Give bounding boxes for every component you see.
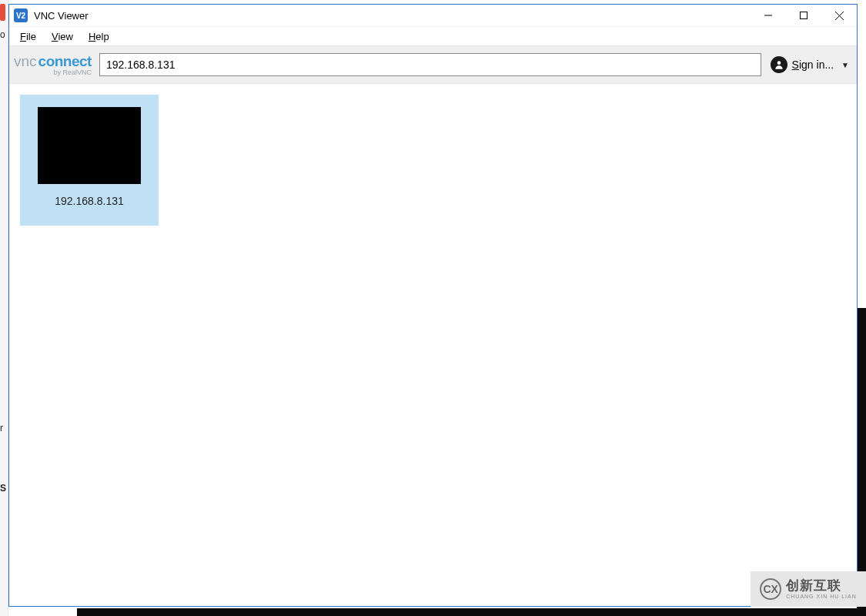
vnc-viewer-window: V2 VNC Viewer File View Help vncconnect … — [8, 4, 858, 607]
window-title: VNC Viewer — [34, 10, 751, 22]
chevron-down-icon: ▼ — [841, 61, 849, 69]
toolbar: vncconnect by RealVNC Sign in... ▼ — [9, 45, 857, 84]
watermark-text-sub: CHUANG XIN HU LIAN — [786, 594, 857, 600]
maximize-button[interactable] — [786, 5, 821, 26]
background-text-fragment: o — [0, 29, 5, 40]
signin-label: Sign in... — [792, 59, 834, 71]
watermark-icon: CX — [760, 578, 781, 600]
minimize-icon — [764, 12, 772, 19]
background-text-fragment: r — [0, 423, 3, 434]
address-input[interactable] — [99, 53, 761, 76]
menubar: File View Help — [9, 27, 857, 45]
background-left-strip — [0, 0, 8, 616]
vnc-connect-logo: vncconnect by RealVNC — [12, 54, 93, 76]
logo-connect-text: connect — [38, 53, 92, 69]
watermark-badge: CX 创新互联 CHUANG XIN HU LIAN — [751, 571, 866, 607]
minimize-button[interactable] — [751, 5, 786, 26]
svg-point-4 — [777, 61, 781, 65]
connections-panel: 192.168.8.131 — [9, 84, 857, 606]
menu-file[interactable]: File — [12, 29, 44, 44]
connection-thumbnail — [38, 107, 141, 184]
background-right-bar — [857, 308, 866, 608]
background-partial-icon — [0, 4, 5, 21]
signin-button[interactable]: Sign in... ▼ — [767, 56, 852, 73]
background-bottom-bar — [77, 608, 866, 616]
menu-view[interactable]: View — [44, 29, 81, 44]
menu-help[interactable]: Help — [81, 29, 117, 44]
titlebar[interactable]: V2 VNC Viewer — [9, 5, 857, 27]
connection-label: 192.168.8.131 — [55, 195, 124, 207]
close-button[interactable] — [821, 5, 857, 26]
user-icon — [771, 56, 787, 73]
background-text-fragment: S — [0, 483, 6, 494]
maximize-icon — [800, 12, 807, 19]
close-icon — [835, 12, 844, 20]
logo-vnc-text: vnc — [14, 53, 37, 69]
app-icon: V2 — [14, 8, 28, 22]
logo-subtitle: by RealVNC — [53, 69, 92, 76]
watermark-text-main: 创新互联 — [786, 579, 857, 594]
window-controls — [751, 5, 857, 26]
connection-tile[interactable]: 192.168.8.131 — [20, 95, 159, 226]
svg-rect-1 — [801, 12, 807, 19]
